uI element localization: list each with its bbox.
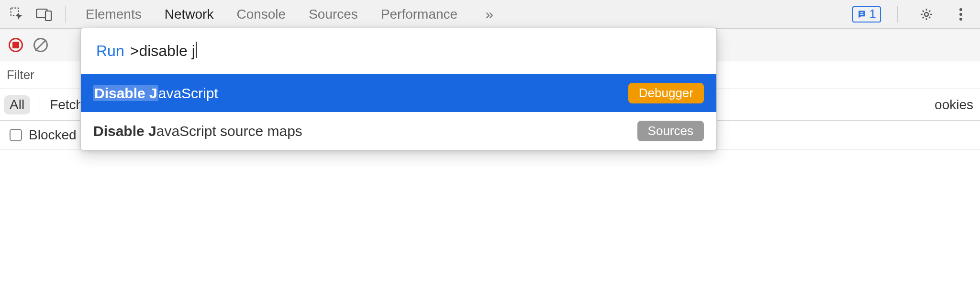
svg-rect-3 <box>860 12 863 13</box>
tab-network[interactable]: Network <box>165 7 214 22</box>
svg-rect-2 <box>45 11 51 21</box>
tabbar-right: 1 <box>852 0 975 29</box>
svg-point-5 <box>924 12 928 16</box>
command-palette-result-1-rest: avaScript <box>158 85 218 101</box>
tabbar-separator <box>65 6 66 23</box>
devtools-tabs: Elements Network Console Sources Perform… <box>74 6 493 23</box>
blocked-label[interactable]: Blocked <box>29 127 77 143</box>
clear-button[interactable] <box>33 38 48 52</box>
command-palette-result-2-rest: avaScript source maps <box>156 123 302 139</box>
svg-point-8 <box>959 18 962 21</box>
blocked-checkbox[interactable] <box>10 129 22 141</box>
issues-button[interactable]: 1 <box>852 6 881 23</box>
command-palette-input-row: Run >disable j <box>81 28 716 74</box>
command-palette: Run >disable j Disable JavaScript Debugg… <box>80 28 717 150</box>
command-palette-result-1-match: Disable J <box>93 85 158 101</box>
type-filter-all[interactable]: All <box>4 95 30 114</box>
devtools-tabbar: Elements Network Console Sources Perform… <box>0 0 980 29</box>
command-palette-run-label: Run <box>96 42 124 60</box>
settings-gear-icon[interactable] <box>914 0 939 29</box>
command-palette-result-1[interactable]: Disable JavaScript Debugger <box>81 74 716 112</box>
type-filter-trailing-label: ookies <box>935 97 973 113</box>
command-palette-input[interactable]: >disable j <box>130 40 197 60</box>
command-palette-result-2-label: Disable JavaScript source maps <box>93 123 302 139</box>
filter-input[interactable]: Filter <box>7 68 34 82</box>
svg-rect-4 <box>860 14 863 15</box>
record-button[interactable] <box>9 38 23 52</box>
command-palette-result-1-label: Disable JavaScript <box>93 85 218 102</box>
command-palette-result-2-source: Sources <box>637 121 704 141</box>
inspect-icon[interactable] <box>5 0 30 29</box>
tab-performance[interactable]: Performance <box>381 7 457 22</box>
tab-elements[interactable]: Elements <box>86 7 142 22</box>
type-filter-separator <box>40 96 40 114</box>
record-stop-icon <box>12 42 19 48</box>
tab-console[interactable]: Console <box>236 7 286 22</box>
more-vert-icon[interactable] <box>948 0 973 29</box>
command-palette-result-2[interactable]: Disable JavaScript source maps Sources <box>81 112 716 150</box>
svg-point-6 <box>959 8 962 11</box>
issues-count: 1 <box>869 7 876 22</box>
command-palette-input-text: disable j <box>139 42 195 60</box>
command-palette-input-prefix: > <box>130 42 139 60</box>
svg-point-7 <box>959 13 962 16</box>
issues-icon <box>857 10 867 19</box>
tab-sources[interactable]: Sources <box>309 7 358 22</box>
command-palette-result-1-source: Debugger <box>628 83 704 103</box>
text-caret <box>196 42 197 58</box>
tabs-overflow-icon[interactable]: » <box>480 6 493 23</box>
device-toolbar-icon[interactable] <box>32 0 56 29</box>
command-palette-result-2-match: Disable J <box>93 123 156 139</box>
tabbar-separator-right <box>897 6 898 23</box>
